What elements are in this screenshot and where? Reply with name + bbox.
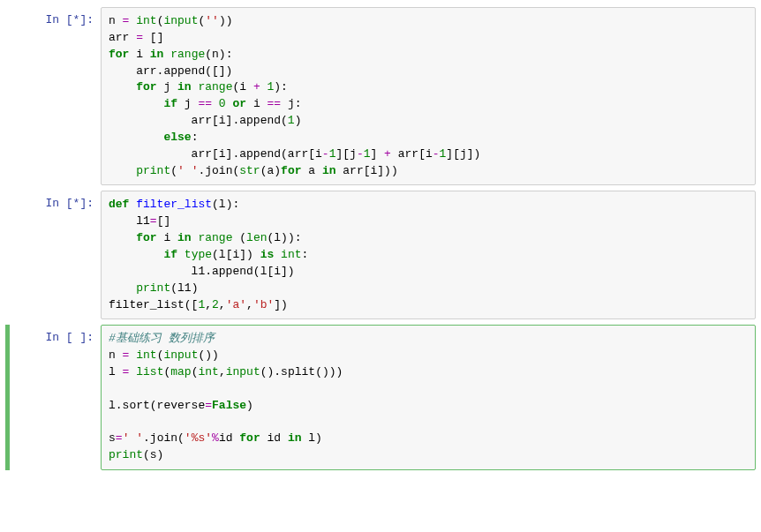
jupyter-notebook: In [*]:n = int(input('')) arr = [] for i…: [5, 7, 756, 470]
code-input[interactable]: def filter_list(l): l1=[] for i in range…: [101, 191, 756, 319]
code-cell[interactable]: In [*]:def filter_list(l): l1=[] for i i…: [5, 191, 756, 319]
input-prompt: In [*]:: [5, 191, 101, 319]
input-prompt: In [ ]:: [5, 325, 101, 470]
code-cell[interactable]: In [ ]:#基础练习 数列排序 n = int(input()) l = l…: [5, 325, 756, 470]
code-input[interactable]: #基础练习 数列排序 n = int(input()) l = list(map…: [101, 325, 756, 470]
code-cell[interactable]: In [*]:n = int(input('')) arr = [] for i…: [5, 7, 756, 185]
input-prompt: In [*]:: [5, 7, 101, 185]
code-input[interactable]: n = int(input('')) arr = [] for i in ran…: [101, 7, 756, 185]
